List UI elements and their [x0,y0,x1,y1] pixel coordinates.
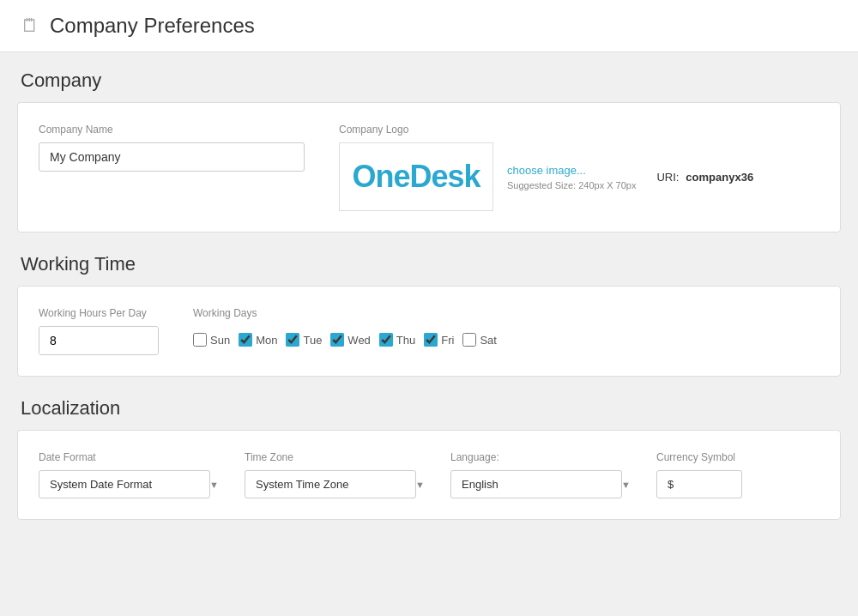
hours-input[interactable] [39,327,159,354]
language-chevron-icon: ▼ [621,480,631,490]
language-select[interactable]: EnglishFrenchSpanishGerman [450,470,622,498]
uri-value: companyx36 [686,171,753,184]
day-item-mon: Mon [239,333,277,347]
day-item-fri: Fri [424,333,454,347]
currency-symbol-field: Currency Symbol [656,451,811,498]
working-days-label: Working Days [193,307,497,319]
date-format-select-wrapper: System Date FormatMM/DD/YYYYDD/MM/YYYYYY… [39,470,227,498]
time-zone-chevron-icon: ▼ [415,480,425,490]
currency-symbol-input[interactable] [656,470,742,498]
working-time-row: Working Hours Per Day ▲ ▼ Working Days S… [39,307,819,355]
logo-preview: OneDesk [339,142,493,211]
company-name-label: Company Name [39,124,305,136]
language-field: Language: EnglishFrenchSpanishGerman ▼ [450,451,639,498]
page-content: Company Company Name Company Logo OneDes… [0,52,858,558]
uri-label: URI: [656,171,679,184]
time-zone-select[interactable]: System Time ZoneUTCESTPSTCST [245,470,416,498]
page-title: Company Preferences [50,14,255,38]
time-zone-select-wrapper: System Time ZoneUTCESTPSTCST ▼ [245,470,433,498]
choose-image-link[interactable]: choose image... [507,164,636,177]
date-format-label: Date Format [39,451,227,463]
day-checkbox-fri[interactable] [424,333,438,347]
company-name-field: Company Name [39,124,305,172]
day-checkbox-sun[interactable] [193,333,207,347]
company-form-group: Company Name Company Logo OneDesk choose… [39,124,819,211]
language-select-wrapper: EnglishFrenchSpanishGerman ▼ [450,470,639,498]
day-label-thu: Thu [396,334,415,347]
company-section-title: Company [17,69,841,92]
day-item-sun: Sun [193,333,230,347]
company-logo-label: Company Logo [339,124,753,136]
logo-text: OneDesk [352,159,480,195]
time-zone-label: Time Zone [245,451,433,463]
day-checkbox-tue[interactable] [286,333,299,347]
day-label-fri: Fri [441,334,454,347]
suggested-size-text: Suggested Size: 240px X 70px [507,180,636,190]
day-item-sat: Sat [462,333,497,347]
date-format-field: Date Format System Date FormatMM/DD/YYYY… [39,451,227,498]
page-header: 🗒 Company Preferences [0,0,858,52]
date-format-chevron-icon: ▼ [209,480,219,490]
uri-section: URI: companyx36 [656,170,753,184]
working-time-card: Working Hours Per Day ▲ ▼ Working Days S… [17,286,841,377]
days-row: SunMonTueWedThuFriSat [193,333,497,347]
logo-actions: choose image... Suggested Size: 240px X … [507,164,636,190]
currency-symbol-label: Currency Symbol [656,451,811,463]
day-checkbox-wed[interactable] [330,333,344,347]
company-logo-section: OneDesk choose image... Suggested Size: … [339,142,753,211]
day-checkbox-thu[interactable] [379,333,393,347]
localization-section-title: Localization [17,397,841,420]
day-label-sun: Sun [210,334,230,347]
time-zone-field: Time Zone System Time ZoneUTCESTPSTCST ▼ [245,451,433,498]
company-card: Company Name Company Logo OneDesk choose… [17,102,841,233]
date-format-select[interactable]: System Date FormatMM/DD/YYYYDD/MM/YYYYYY… [39,470,210,498]
company-logo-field: Company Logo OneDesk choose image... Sug… [339,124,753,211]
localization-row: Date Format System Date FormatMM/DD/YYYY… [39,451,819,498]
working-days-field: Working Days SunMonTueWedThuFriSat [193,307,497,347]
hours-spinner: ▲ ▼ [39,326,159,355]
day-label-sat: Sat [480,334,497,347]
day-item-thu: Thu [379,333,415,347]
page-header-icon: 🗒 [21,15,39,37]
hours-per-day-field: Working Hours Per Day ▲ ▼ [39,307,159,355]
hours-per-day-label: Working Hours Per Day [39,307,159,319]
day-checkbox-sat[interactable] [462,333,476,347]
localization-card: Date Format System Date FormatMM/DD/YYYY… [17,430,841,520]
day-label-wed: Wed [347,334,371,347]
company-name-input[interactable] [39,142,305,172]
language-label: Language: [450,451,639,463]
day-item-wed: Wed [330,333,371,347]
day-label-tue: Tue [303,334,322,347]
day-checkbox-mon[interactable] [239,333,252,347]
working-time-section-title: Working Time [17,253,841,275]
day-item-tue: Tue [286,333,322,347]
day-label-mon: Mon [256,334,277,347]
